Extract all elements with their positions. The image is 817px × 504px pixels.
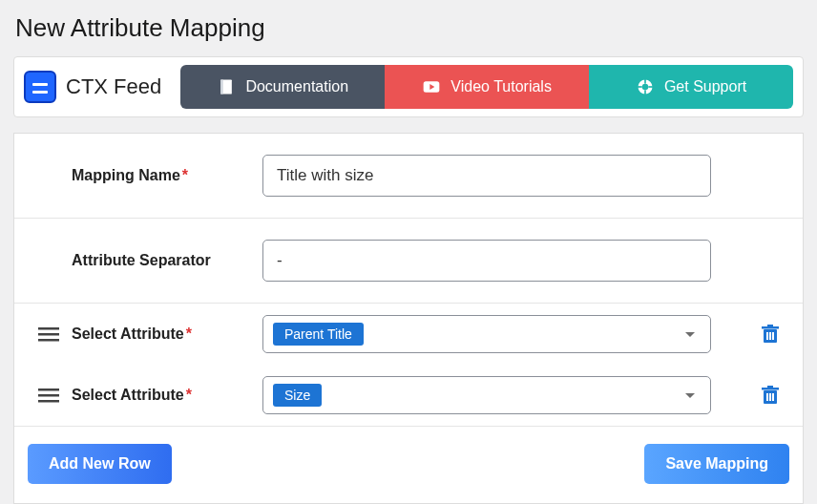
mapping-name-input[interactable]: [262, 155, 711, 197]
trash-icon[interactable]: [762, 325, 779, 344]
tab-video-tutorials[interactable]: Video Tutorials: [385, 65, 589, 109]
row-attribute-1: Select Attribute* Size: [14, 365, 803, 426]
svg-rect-19: [38, 388, 59, 391]
drag-handle-icon[interactable]: [38, 326, 59, 343]
row-mapping-name: Mapping Name*: [14, 134, 803, 218]
required-marker: *: [182, 167, 188, 183]
svg-rect-1: [221, 80, 224, 94]
separator-label: Attribute Separator: [72, 252, 262, 269]
youtube-icon: [422, 77, 441, 96]
topbar: CTX Feed Documentation Video Tutorials G…: [13, 56, 804, 117]
svg-rect-26: [769, 393, 771, 401]
select-attribute-label: Select Attribute*: [72, 387, 262, 404]
svg-rect-16: [766, 332, 768, 340]
form-panel: Mapping Name* Attribute Separator Select…: [13, 133, 804, 504]
separator-input[interactable]: [262, 240, 711, 282]
svg-rect-27: [772, 393, 774, 401]
svg-rect-21: [38, 400, 59, 403]
save-mapping-button[interactable]: Save Mapping: [644, 444, 789, 484]
svg-rect-9: [648, 86, 653, 88]
form-footer: Add New Row Save Mapping: [14, 426, 803, 503]
select-attribute-label: Select Attribute*: [72, 326, 262, 343]
brand-logo-icon: [24, 71, 56, 103]
required-marker: *: [186, 326, 192, 342]
chevron-down-icon: [685, 332, 695, 337]
svg-rect-24: [767, 386, 773, 388]
svg-point-5: [642, 84, 649, 91]
brand: CTX Feed: [24, 71, 167, 103]
svg-rect-11: [38, 333, 59, 336]
svg-rect-7: [644, 90, 646, 94]
tab-video-tutorials-label: Video Tutorials: [450, 78, 552, 95]
selected-attribute-chip: Parent Title: [273, 323, 364, 346]
svg-rect-18: [772, 332, 774, 340]
tab-get-support-label: Get Support: [664, 78, 746, 95]
svg-rect-25: [766, 393, 768, 401]
topbar-tabs: Documentation Video Tutorials Get Suppor…: [180, 65, 793, 109]
attribute-select-1[interactable]: Size: [262, 376, 711, 414]
tab-documentation[interactable]: Documentation: [180, 65, 385, 109]
svg-rect-15: [767, 325, 773, 327]
svg-rect-17: [769, 332, 771, 340]
row-attribute-0: Select Attribute* Parent Title: [14, 303, 803, 365]
drag-handle-icon[interactable]: [38, 387, 59, 404]
row-separator: Attribute Separator: [14, 218, 803, 303]
trash-icon[interactable]: [762, 386, 779, 405]
svg-rect-20: [38, 394, 59, 397]
tab-documentation-label: Documentation: [245, 78, 348, 95]
required-marker: *: [186, 387, 192, 403]
attribute-select-0[interactable]: Parent Title: [262, 315, 711, 353]
add-new-row-button[interactable]: Add New Row: [28, 444, 172, 484]
svg-rect-8: [638, 86, 642, 88]
book-icon: [217, 77, 236, 96]
lifebuoy-icon: [636, 77, 655, 96]
mapping-name-label: Mapping Name*: [72, 167, 262, 184]
svg-rect-12: [38, 339, 59, 342]
svg-rect-10: [38, 327, 59, 330]
selected-attribute-chip: Size: [273, 384, 322, 407]
svg-rect-6: [644, 79, 646, 84]
chevron-down-icon: [685, 393, 695, 398]
tab-get-support[interactable]: Get Support: [589, 65, 793, 109]
page-title: New Attribute Mapping: [15, 13, 802, 43]
brand-name: CTX Feed: [66, 74, 161, 99]
